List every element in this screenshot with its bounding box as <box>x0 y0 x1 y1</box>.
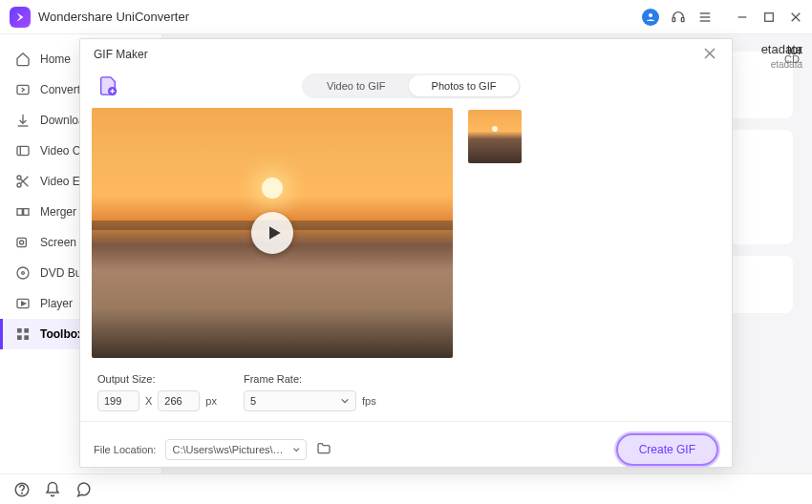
gif-maker-modal: GIF Maker Video to GIF Photos to GIF Out… <box>79 38 733 468</box>
bell-icon[interactable] <box>44 481 61 498</box>
svg-point-21 <box>17 267 29 279</box>
thumbnail-list <box>468 108 720 358</box>
svg-rect-7 <box>765 12 774 21</box>
svg-rect-17 <box>17 209 22 216</box>
create-gif-button[interactable]: Create GIF <box>616 433 718 466</box>
svg-marker-36 <box>269 226 281 239</box>
modal-close-button[interactable] <box>703 47 718 62</box>
frame-rate-select[interactable]: 5 <box>244 390 356 411</box>
svg-rect-27 <box>17 335 22 340</box>
svg-rect-26 <box>24 328 29 333</box>
tab-video-to-gif[interactable]: Video to GIF <box>304 75 409 96</box>
file-location-label: File Location: <box>94 444 156 455</box>
preview-pane[interactable] <box>92 108 453 358</box>
svg-rect-1 <box>673 17 675 21</box>
output-width-input[interactable] <box>97 390 139 411</box>
close-button[interactable] <box>789 10 802 24</box>
svg-rect-2 <box>681 17 684 21</box>
svg-point-0 <box>649 13 652 17</box>
scissors-icon <box>15 174 31 189</box>
sidebar-item-label: Player <box>40 297 73 310</box>
modal-title: GIF Maker <box>94 48 148 61</box>
svg-rect-28 <box>24 335 29 340</box>
svg-rect-10 <box>17 85 29 94</box>
thumbnail-item[interactable] <box>468 110 522 163</box>
svg-point-22 <box>22 272 25 275</box>
output-height-input[interactable] <box>158 390 200 411</box>
compress-icon <box>15 143 31 158</box>
frame-rate-label: Frame Rate: <box>244 373 376 385</box>
merge-icon <box>15 204 31 220</box>
sidebar-item-label: Merger <box>40 205 76 219</box>
svg-point-13 <box>17 176 21 179</box>
player-icon <box>15 296 31 311</box>
svg-point-30 <box>22 493 23 494</box>
download-icon <box>15 113 31 128</box>
svg-rect-18 <box>24 209 29 216</box>
browse-folder-button[interactable] <box>316 441 333 458</box>
px-unit: px <box>205 395 217 407</box>
record-icon <box>15 235 31 250</box>
chevron-down-icon <box>292 445 300 454</box>
bottombar <box>0 473 812 504</box>
toolbox-icon <box>15 326 31 342</box>
app-title: Wondershare UniConverter <box>38 10 642 24</box>
play-button[interactable] <box>251 212 293 254</box>
x-separator: X <box>145 395 152 407</box>
output-size-label: Output Size: <box>97 373 217 385</box>
converter-icon <box>15 82 31 97</box>
user-avatar[interactable] <box>642 9 659 26</box>
home-icon <box>15 52 31 67</box>
app-logo <box>10 7 31 28</box>
maximize-button[interactable] <box>762 10 776 24</box>
menu-icon[interactable] <box>697 10 713 25</box>
help-icon[interactable] <box>13 481 31 498</box>
add-file-button[interactable] <box>96 74 120 98</box>
titlebar: Wondershare UniConverter <box>0 0 812 34</box>
sidebar-item-label: Toolbox <box>40 327 84 341</box>
svg-rect-25 <box>17 328 22 333</box>
tab-photos-to-gif[interactable]: Photos to GIF <box>409 75 520 96</box>
headset-icon[interactable] <box>671 10 686 25</box>
svg-rect-11 <box>17 146 29 155</box>
svg-marker-24 <box>22 302 26 305</box>
svg-point-14 <box>17 183 21 187</box>
sidebar-item-label: Home <box>40 52 71 66</box>
mode-segment: Video to GIF Photos to GIF <box>302 74 521 98</box>
disc-icon <box>15 265 31 281</box>
svg-rect-19 <box>17 238 26 246</box>
chevron-down-icon <box>340 396 350 406</box>
file-location-select[interactable]: C:\Users\ws\Pictures\Wonders <box>165 439 307 460</box>
fps-unit: fps <box>362 395 376 407</box>
feedback-icon[interactable] <box>75 481 92 498</box>
svg-point-20 <box>20 241 24 244</box>
minimize-button[interactable] <box>736 10 749 24</box>
